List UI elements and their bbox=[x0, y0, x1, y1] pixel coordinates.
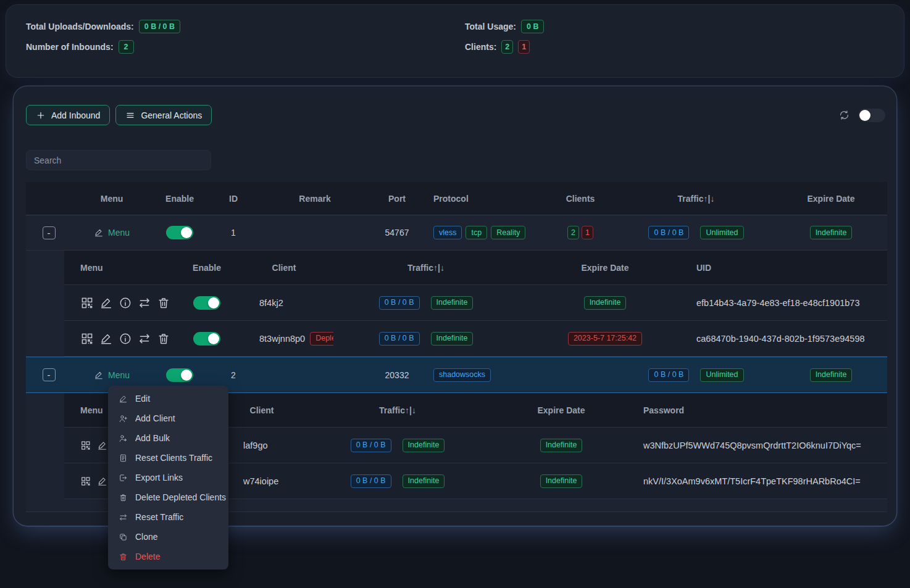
inbound-clients-badges: 2 1 bbox=[543, 226, 617, 239]
edit-icon bbox=[94, 370, 104, 380]
menu-item-label: Add Bulk bbox=[135, 433, 170, 443]
client-uid: ca68470b-1940-437d-802b-1f9573e94598 bbox=[691, 334, 887, 344]
client-row: 8t3wjnn8p0 Depleted 0 B / 0 B Indefinite… bbox=[64, 321, 887, 357]
menu-item-export-links[interactable]: Export Links bbox=[108, 468, 228, 487]
client-actions bbox=[64, 332, 179, 346]
inbound-id: 2 bbox=[207, 370, 259, 380]
traffic-limit-badge: Unlimited bbox=[700, 226, 743, 239]
edit-client-icon[interactable] bbox=[97, 439, 108, 452]
header-traffic-sort[interactable]: Traffic↑|↓ bbox=[333, 263, 519, 273]
edit-client-icon[interactable] bbox=[99, 296, 113, 310]
header-traffic-sort[interactable]: Traffic↑|↓ bbox=[311, 405, 484, 415]
reset-traffic-icon bbox=[119, 513, 128, 522]
clients-count: Clients: 2 1 bbox=[465, 40, 904, 54]
menu-item-add-bulk[interactable]: Add Bulk bbox=[108, 428, 228, 448]
edit-client-icon[interactable] bbox=[99, 332, 113, 346]
info-icon[interactable] bbox=[119, 332, 132, 346]
export-links-icon bbox=[119, 473, 128, 482]
menu-item-reset-clients-traffic[interactable]: Reset Clients Traffic bbox=[108, 448, 228, 468]
clients-depleted-badge: 1 bbox=[582, 226, 593, 239]
header-expire-date: Expire Date bbox=[484, 405, 638, 415]
client-enable-toggle[interactable] bbox=[193, 296, 220, 310]
qrcode-icon[interactable] bbox=[80, 439, 91, 452]
qrcode-icon[interactable] bbox=[80, 474, 91, 488]
auto-refresh-toggle[interactable] bbox=[858, 109, 885, 122]
clients-label: Clients: bbox=[465, 42, 496, 52]
client-enable-toggle[interactable] bbox=[193, 332, 220, 346]
menu-item-clone[interactable]: Clone bbox=[108, 527, 228, 547]
header-menu: Menu bbox=[72, 194, 152, 204]
client-expire: 2023-5-7 17:25:42 bbox=[519, 332, 691, 346]
header-menu: Menu bbox=[64, 263, 179, 273]
header-traffic-sort[interactable]: Traffic↑|↓ bbox=[617, 194, 775, 204]
traffic-badge: 0 B / 0 B bbox=[648, 226, 689, 239]
menu-item-reset-traffic[interactable]: Reset Traffic bbox=[108, 507, 228, 527]
qrcode-icon[interactable] bbox=[80, 296, 94, 310]
menu-item-label: Add Client bbox=[135, 413, 175, 423]
client-traffic: 0 B / 0 B Indefinite bbox=[333, 332, 519, 346]
client-password: nkV/I/3XoAm9v6xMT/T5IcrF4TpeTKF98rHARbRo… bbox=[638, 476, 887, 486]
qrcode-icon[interactable] bbox=[80, 332, 94, 346]
general-actions-button[interactable]: General Actions bbox=[115, 105, 212, 125]
inbound-table-header: Menu Enable ID Remark Port Protocol Clie… bbox=[26, 182, 887, 215]
client-expire: Indefinite bbox=[484, 439, 638, 452]
reset-clients-traffic-icon bbox=[119, 453, 128, 463]
edit-client-icon[interactable] bbox=[97, 474, 108, 488]
info-icon[interactable] bbox=[119, 296, 132, 310]
plus-icon bbox=[36, 110, 46, 120]
protocol-tag: tcp bbox=[465, 226, 487, 239]
menu-item-label: Delete Depleted Clients bbox=[135, 492, 226, 502]
header-clients: Clients bbox=[543, 194, 617, 204]
inbound-menu-trigger[interactable]: Menu bbox=[94, 370, 130, 380]
number-of-inbounds: Number of Inbounds: 2 bbox=[26, 40, 465, 54]
menu-item-delete-depleted-clients[interactable]: Delete Depleted Clients bbox=[108, 487, 228, 507]
client-traffic: 0 B / 0 B Indefinite bbox=[311, 474, 484, 488]
traffic-limit-badge: Indefinite bbox=[431, 296, 474, 310]
inbound-enable-toggle[interactable] bbox=[166, 226, 193, 239]
reset-client-traffic-icon[interactable] bbox=[138, 296, 151, 310]
number-of-inbounds-value: 2 bbox=[119, 40, 134, 54]
header-id: ID bbox=[207, 194, 259, 204]
header-expire-date: Expire Date bbox=[775, 194, 887, 204]
inbound-port: 54767 bbox=[370, 228, 424, 238]
menu-item-label: Clone bbox=[135, 532, 158, 542]
client-expire: Indefinite bbox=[519, 296, 691, 310]
protocol-tag: shadowsocks bbox=[433, 368, 491, 382]
menu-item-label: Reset Clients Traffic bbox=[135, 453, 212, 463]
collapse-row-button[interactable]: - bbox=[43, 368, 56, 381]
expire-badge: Indefinite bbox=[810, 226, 853, 239]
stats-left-column: Total Uploads/Downloads: 0 B / 0 B Numbe… bbox=[26, 20, 465, 77]
client-table-header: Menu Enable Client Traffic↑|↓ Expire Dat… bbox=[64, 251, 887, 285]
add-inbound-button[interactable]: Add Inbound bbox=[26, 105, 110, 125]
reset-client-traffic-icon[interactable] bbox=[138, 332, 151, 346]
client-expire: Indefinite bbox=[484, 474, 638, 488]
protocol-tag: Reality bbox=[491, 226, 525, 239]
menu-item-label: Export Links bbox=[135, 473, 183, 482]
inbound-menu-trigger[interactable]: Menu bbox=[94, 228, 130, 238]
traffic-badge: 0 B / 0 B bbox=[351, 439, 391, 452]
number-of-inbounds-label: Number of Inbounds: bbox=[26, 42, 114, 52]
header-enable: Enable bbox=[179, 263, 235, 273]
refresh-icon[interactable] bbox=[838, 109, 850, 121]
menu-item-delete[interactable]: Delete bbox=[108, 547, 228, 566]
header-client: Client bbox=[235, 263, 333, 273]
inbound-expire: Indefinite bbox=[775, 226, 887, 239]
delete-client-icon[interactable] bbox=[157, 296, 170, 310]
collapse-row-button[interactable]: - bbox=[43, 226, 56, 239]
inbound-protocol-tags: vless tcp Reality bbox=[424, 226, 543, 239]
menu-item-add-client[interactable]: Add Client bbox=[108, 408, 228, 428]
clients-depleted-badge: 1 bbox=[518, 40, 530, 54]
client-name: 8t3wjnn8p0 bbox=[259, 334, 305, 344]
delete-icon bbox=[119, 552, 128, 561]
traffic-badge: 0 B / 0 B bbox=[648, 368, 689, 382]
menu-item-edit[interactable]: Edit bbox=[108, 389, 228, 408]
menu-item-label: Reset Traffic bbox=[135, 512, 183, 522]
delete-client-icon[interactable] bbox=[157, 332, 170, 346]
header-password: Password bbox=[638, 405, 887, 415]
inbound-traffic: 0 B / 0 B Unlimited bbox=[617, 226, 775, 239]
header-remark: Remark bbox=[259, 194, 370, 204]
inbound-enable-toggle[interactable] bbox=[166, 368, 193, 382]
search-input[interactable] bbox=[26, 150, 211, 170]
inbound-traffic: 0 B / 0 B Unlimited bbox=[617, 368, 775, 382]
client-uid: efb14b43-4a79-4e83-ef18-e48cf1901b73 bbox=[691, 298, 887, 308]
